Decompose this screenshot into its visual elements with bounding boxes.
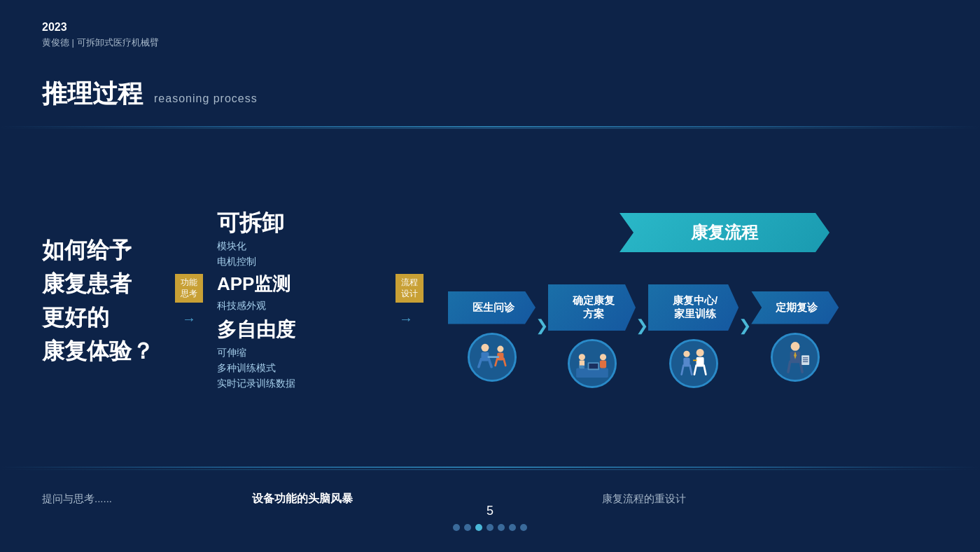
svg-rect-26 <box>683 358 690 367</box>
page-dot-0[interactable] <box>453 524 460 531</box>
function-badge: 功能 思考 <box>175 274 203 303</box>
left-question: 如何给予 康复患者 更好的 康复体验？ <box>42 233 168 368</box>
step4-label: 定期复诊 <box>776 301 818 313</box>
step3-label: 康复中心/家里训练 <box>673 294 718 319</box>
bottom-label-3: 康复流程的重设计 <box>602 492 938 506</box>
flow-badge: 流程 设计 <box>396 274 424 303</box>
svg-rect-22 <box>696 357 704 367</box>
title-chinese: 推理过程 <box>42 77 143 111</box>
step2-label: 确定康复方案 <box>573 294 615 319</box>
feature-app: APP监测 <box>217 272 378 296</box>
step1-icon <box>468 333 517 382</box>
header: 2023 黄俊德 | 可拆卸式医疗机械臂 <box>42 21 159 49</box>
title-section: 推理过程 reasoning process <box>42 77 258 111</box>
feature-record: 实时记录训练数据 <box>217 375 378 391</box>
page-dot-2[interactable] <box>475 524 482 531</box>
rehab-section: 康复流程 医生问诊 <box>448 213 938 388</box>
flow-steps: 医生问诊 <box>448 284 938 388</box>
feature-dof: 多自由度 <box>217 317 378 343</box>
step1-label: 医生问诊 <box>472 301 514 313</box>
svg-point-20 <box>671 341 716 386</box>
rehab-title-text: 康复流程 <box>691 223 758 242</box>
flow-step-4: 定期复诊 <box>751 291 839 382</box>
svg-point-5 <box>497 345 503 352</box>
question-text: 如何给予 康复患者 更好的 康复体验？ <box>42 233 168 368</box>
main-content: 如何给予 康复患者 更好的 康复体验？ 功能 思考 → 可拆卸 模块化 电机控制… <box>0 140 980 461</box>
flow-connector: 流程 设计 → <box>378 274 434 327</box>
feature-motor: 电机控制 <box>217 254 378 269</box>
flow-step-1: 医生问诊 <box>448 291 536 382</box>
feature-modes: 多种训练模式 <box>217 360 378 375</box>
mid-connector: 功能 思考 → <box>168 274 210 327</box>
page-dot-1[interactable] <box>464 524 471 531</box>
feature-tech: 科技感外观 <box>217 298 378 313</box>
arrow-3: ❯ <box>738 317 751 335</box>
year-label: 2023 <box>42 21 159 34</box>
svg-rect-18 <box>599 360 606 368</box>
bottom-label-2: 设备功能的头脑风暴 <box>252 492 462 506</box>
page-dot-5[interactable] <box>509 524 516 531</box>
divider-bottom2 <box>0 467 980 468</box>
step3-icon <box>669 339 718 388</box>
page-number: 5 <box>453 504 527 531</box>
page-num-text: 5 <box>486 504 493 518</box>
features-section: 可拆卸 模块化 电机控制 APP监测 科技感外观 多自由度 可伸缩 多种训练模式… <box>217 209 378 392</box>
flow-step-2: 确定康复方案 <box>548 284 636 388</box>
title-english: reasoning process <box>154 92 258 105</box>
bottom-label-1: 提问与思考...... <box>42 492 182 506</box>
feature-detachable: 可拆卸 <box>217 209 378 236</box>
svg-rect-19 <box>579 366 582 369</box>
svg-point-17 <box>599 354 606 360</box>
flow-step-3: 康复中心/家里训练 <box>648 284 738 388</box>
page-dot-3[interactable] <box>486 524 493 531</box>
divider-bottom <box>0 128 980 129</box>
step2-icon <box>568 339 617 388</box>
page-dots <box>453 524 527 531</box>
svg-point-1 <box>481 343 489 351</box>
page-dot-4[interactable] <box>498 524 505 531</box>
arrow-1: ❯ <box>536 317 548 335</box>
svg-point-25 <box>683 351 690 357</box>
svg-point-21 <box>696 349 704 357</box>
feature-extendable: 可伸缩 <box>217 345 378 360</box>
divider-top <box>0 126 980 127</box>
svg-rect-16 <box>589 364 598 368</box>
step4-icon <box>771 333 820 382</box>
page-dot-6[interactable] <box>520 524 527 531</box>
feature-modular: 模块化 <box>217 238 378 254</box>
rehab-title-banner: 康复流程 <box>620 213 830 252</box>
divider-bottom3 <box>0 469 980 470</box>
subtitle-label: 黄俊德 | 可拆卸式医疗机械臂 <box>42 36 159 49</box>
svg-point-13 <box>578 354 584 360</box>
arrow-2: ❯ <box>636 317 648 335</box>
svg-point-31 <box>790 342 799 351</box>
svg-rect-9 <box>487 356 498 358</box>
